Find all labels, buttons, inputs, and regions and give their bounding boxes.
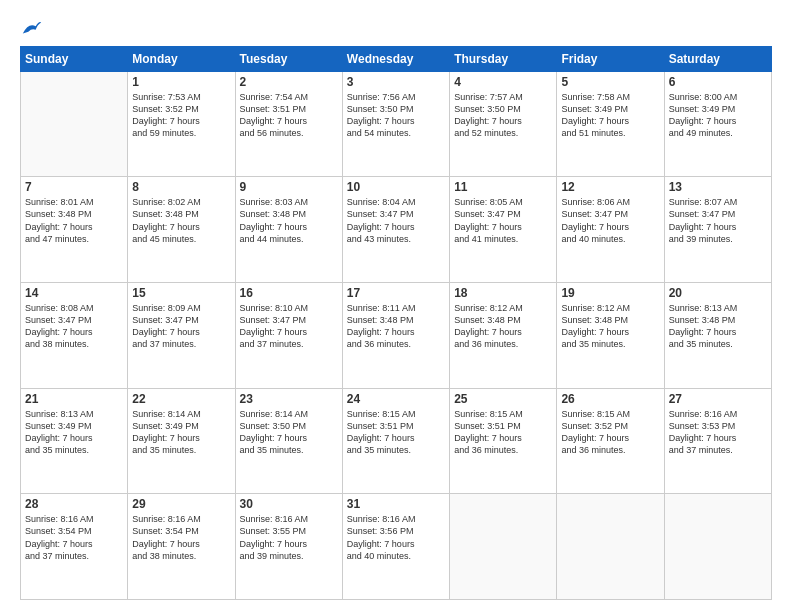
day-number: 12: [561, 180, 659, 194]
day-header-monday: Monday: [128, 46, 235, 71]
cell-info: Sunrise: 8:12 AM Sunset: 3:48 PM Dayligh…: [454, 302, 552, 351]
calendar-cell: 14Sunrise: 8:08 AM Sunset: 3:47 PM Dayli…: [21, 282, 128, 388]
calendar: SundayMondayTuesdayWednesdayThursdayFrid…: [20, 46, 772, 600]
cell-info: Sunrise: 7:56 AM Sunset: 3:50 PM Dayligh…: [347, 91, 445, 140]
day-header-sunday: Sunday: [21, 46, 128, 71]
cell-info: Sunrise: 7:53 AM Sunset: 3:52 PM Dayligh…: [132, 91, 230, 140]
calendar-cell: 19Sunrise: 8:12 AM Sunset: 3:48 PM Dayli…: [557, 282, 664, 388]
calendar-cell: 7Sunrise: 8:01 AM Sunset: 3:48 PM Daylig…: [21, 177, 128, 283]
cell-info: Sunrise: 8:07 AM Sunset: 3:47 PM Dayligh…: [669, 196, 767, 245]
week-row-2: 7Sunrise: 8:01 AM Sunset: 3:48 PM Daylig…: [21, 177, 772, 283]
cell-info: Sunrise: 8:15 AM Sunset: 3:51 PM Dayligh…: [454, 408, 552, 457]
cell-info: Sunrise: 8:06 AM Sunset: 3:47 PM Dayligh…: [561, 196, 659, 245]
day-number: 15: [132, 286, 230, 300]
day-number: 8: [132, 180, 230, 194]
day-number: 28: [25, 497, 123, 511]
calendar-cell: 13Sunrise: 8:07 AM Sunset: 3:47 PM Dayli…: [664, 177, 771, 283]
calendar-cell: 10Sunrise: 8:04 AM Sunset: 3:47 PM Dayli…: [342, 177, 449, 283]
logo-general: [20, 20, 43, 40]
day-number: 29: [132, 497, 230, 511]
cell-info: Sunrise: 7:57 AM Sunset: 3:50 PM Dayligh…: [454, 91, 552, 140]
day-number: 20: [669, 286, 767, 300]
calendar-cell: 12Sunrise: 8:06 AM Sunset: 3:47 PM Dayli…: [557, 177, 664, 283]
day-number: 3: [347, 75, 445, 89]
day-number: 18: [454, 286, 552, 300]
calendar-cell: 30Sunrise: 8:16 AM Sunset: 3:55 PM Dayli…: [235, 494, 342, 600]
calendar-cell: 24Sunrise: 8:15 AM Sunset: 3:51 PM Dayli…: [342, 388, 449, 494]
day-number: 22: [132, 392, 230, 406]
day-number: 14: [25, 286, 123, 300]
calendar-cell: 21Sunrise: 8:13 AM Sunset: 3:49 PM Dayli…: [21, 388, 128, 494]
calendar-header: SundayMondayTuesdayWednesdayThursdayFrid…: [21, 46, 772, 71]
calendar-cell: 5Sunrise: 7:58 AM Sunset: 3:49 PM Daylig…: [557, 71, 664, 177]
cell-info: Sunrise: 8:16 AM Sunset: 3:54 PM Dayligh…: [25, 513, 123, 562]
day-number: 24: [347, 392, 445, 406]
calendar-cell: [450, 494, 557, 600]
day-number: 27: [669, 392, 767, 406]
cell-info: Sunrise: 7:58 AM Sunset: 3:49 PM Dayligh…: [561, 91, 659, 140]
day-number: 2: [240, 75, 338, 89]
day-header-thursday: Thursday: [450, 46, 557, 71]
calendar-body: 1Sunrise: 7:53 AM Sunset: 3:52 PM Daylig…: [21, 71, 772, 599]
day-number: 5: [561, 75, 659, 89]
header: [20, 16, 772, 40]
calendar-cell: 18Sunrise: 8:12 AM Sunset: 3:48 PM Dayli…: [450, 282, 557, 388]
calendar-cell: 20Sunrise: 8:13 AM Sunset: 3:48 PM Dayli…: [664, 282, 771, 388]
day-number: 23: [240, 392, 338, 406]
calendar-cell: 23Sunrise: 8:14 AM Sunset: 3:50 PM Dayli…: [235, 388, 342, 494]
logo: [20, 20, 43, 40]
cell-info: Sunrise: 8:11 AM Sunset: 3:48 PM Dayligh…: [347, 302, 445, 351]
day-number: 31: [347, 497, 445, 511]
day-number: 6: [669, 75, 767, 89]
day-number: 21: [25, 392, 123, 406]
cell-info: Sunrise: 8:05 AM Sunset: 3:47 PM Dayligh…: [454, 196, 552, 245]
day-number: 7: [25, 180, 123, 194]
calendar-cell: 6Sunrise: 8:00 AM Sunset: 3:49 PM Daylig…: [664, 71, 771, 177]
calendar-cell: 28Sunrise: 8:16 AM Sunset: 3:54 PM Dayli…: [21, 494, 128, 600]
week-row-1: 1Sunrise: 7:53 AM Sunset: 3:52 PM Daylig…: [21, 71, 772, 177]
page: SundayMondayTuesdayWednesdayThursdayFrid…: [0, 0, 792, 612]
calendar-cell: 16Sunrise: 8:10 AM Sunset: 3:47 PM Dayli…: [235, 282, 342, 388]
day-number: 30: [240, 497, 338, 511]
cell-info: Sunrise: 8:16 AM Sunset: 3:54 PM Dayligh…: [132, 513, 230, 562]
day-number: 26: [561, 392, 659, 406]
cell-info: Sunrise: 8:16 AM Sunset: 3:56 PM Dayligh…: [347, 513, 445, 562]
cell-info: Sunrise: 8:09 AM Sunset: 3:47 PM Dayligh…: [132, 302, 230, 351]
day-header-tuesday: Tuesday: [235, 46, 342, 71]
calendar-cell: 31Sunrise: 8:16 AM Sunset: 3:56 PM Dayli…: [342, 494, 449, 600]
logo-bird-icon: [21, 17, 43, 39]
week-row-3: 14Sunrise: 8:08 AM Sunset: 3:47 PM Dayli…: [21, 282, 772, 388]
cell-info: Sunrise: 8:02 AM Sunset: 3:48 PM Dayligh…: [132, 196, 230, 245]
day-header-row: SundayMondayTuesdayWednesdayThursdayFrid…: [21, 46, 772, 71]
day-number: 11: [454, 180, 552, 194]
day-number: 19: [561, 286, 659, 300]
calendar-cell: 4Sunrise: 7:57 AM Sunset: 3:50 PM Daylig…: [450, 71, 557, 177]
day-number: 16: [240, 286, 338, 300]
calendar-cell: 15Sunrise: 8:09 AM Sunset: 3:47 PM Dayli…: [128, 282, 235, 388]
calendar-cell: 1Sunrise: 7:53 AM Sunset: 3:52 PM Daylig…: [128, 71, 235, 177]
cell-info: Sunrise: 8:00 AM Sunset: 3:49 PM Dayligh…: [669, 91, 767, 140]
cell-info: Sunrise: 8:16 AM Sunset: 3:55 PM Dayligh…: [240, 513, 338, 562]
day-number: 4: [454, 75, 552, 89]
cell-info: Sunrise: 8:15 AM Sunset: 3:51 PM Dayligh…: [347, 408, 445, 457]
day-header-friday: Friday: [557, 46, 664, 71]
calendar-cell: 9Sunrise: 8:03 AM Sunset: 3:48 PM Daylig…: [235, 177, 342, 283]
cell-info: Sunrise: 8:08 AM Sunset: 3:47 PM Dayligh…: [25, 302, 123, 351]
calendar-cell: 3Sunrise: 7:56 AM Sunset: 3:50 PM Daylig…: [342, 71, 449, 177]
calendar-cell: 29Sunrise: 8:16 AM Sunset: 3:54 PM Dayli…: [128, 494, 235, 600]
day-header-saturday: Saturday: [664, 46, 771, 71]
day-number: 10: [347, 180, 445, 194]
cell-info: Sunrise: 8:12 AM Sunset: 3:48 PM Dayligh…: [561, 302, 659, 351]
cell-info: Sunrise: 8:03 AM Sunset: 3:48 PM Dayligh…: [240, 196, 338, 245]
calendar-cell: [21, 71, 128, 177]
cell-info: Sunrise: 8:01 AM Sunset: 3:48 PM Dayligh…: [25, 196, 123, 245]
calendar-cell: 22Sunrise: 8:14 AM Sunset: 3:49 PM Dayli…: [128, 388, 235, 494]
day-number: 25: [454, 392, 552, 406]
cell-info: Sunrise: 8:10 AM Sunset: 3:47 PM Dayligh…: [240, 302, 338, 351]
cell-info: Sunrise: 8:13 AM Sunset: 3:48 PM Dayligh…: [669, 302, 767, 351]
day-header-wednesday: Wednesday: [342, 46, 449, 71]
cell-info: Sunrise: 8:15 AM Sunset: 3:52 PM Dayligh…: [561, 408, 659, 457]
day-number: 13: [669, 180, 767, 194]
cell-info: Sunrise: 8:16 AM Sunset: 3:53 PM Dayligh…: [669, 408, 767, 457]
day-number: 9: [240, 180, 338, 194]
